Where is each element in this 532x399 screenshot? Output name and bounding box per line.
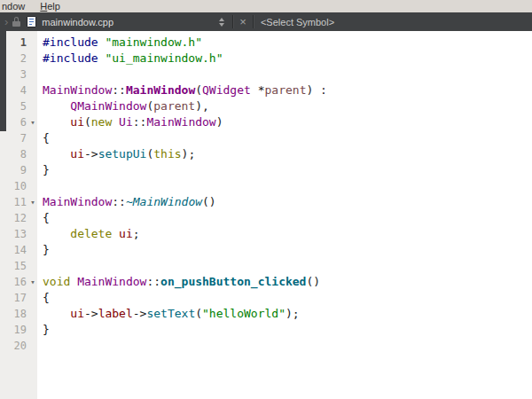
close-icon[interactable]: × <box>238 13 248 30</box>
line-number: 3 <box>0 66 27 82</box>
fold-column <box>27 35 39 51</box>
fold-column <box>27 162 39 178</box>
code-line[interactable]: 4MainWindow::MainWindow(QWidget *parent)… <box>0 82 532 98</box>
line-number: 2 <box>0 51 27 66</box>
fold-marker-icon[interactable]: ▾ <box>27 194 39 210</box>
code-editor[interactable]: 1#include "mainwindow.h"2#include "ui_ma… <box>0 31 532 399</box>
cpp-file-icon <box>27 16 36 27</box>
document-updown-icon[interactable] <box>215 18 228 27</box>
code-text <box>39 66 43 82</box>
code-text: void MainWindow::on_pushButton_clicked() <box>39 274 320 290</box>
code-text: #include "mainwindow.h" <box>39 35 202 51</box>
line-number: 20 <box>0 338 27 354</box>
editor-tab-bar: › mainwindow.cpp × <Select Symbol> <box>0 12 532 31</box>
code-line[interactable]: 9} <box>0 162 532 178</box>
line-number: 14 <box>0 242 27 258</box>
menu-item-help[interactable]: Help <box>40 1 60 12</box>
line-number: 9 <box>0 162 27 178</box>
symbol-selector-dropdown[interactable]: <Select Symbol> <box>258 17 334 27</box>
fold-column <box>27 98 39 114</box>
separator <box>232 15 233 28</box>
code-text: MainWindow::MainWindow(QWidget *parent) … <box>39 82 327 98</box>
code-text: } <box>39 322 50 338</box>
code-line[interactable]: 7{ <box>0 130 532 146</box>
code-lines: 1#include "mainwindow.h"2#include "ui_ma… <box>0 35 532 354</box>
nav-forward-chevron-icon[interactable]: › <box>4 13 8 31</box>
code-line[interactable]: 10 <box>0 178 532 194</box>
fold-column <box>27 338 39 354</box>
separator <box>253 15 254 28</box>
code-text: QMainWindow(parent), <box>39 98 209 114</box>
code-text: delete ui; <box>39 226 140 242</box>
line-number: 18 <box>0 306 27 322</box>
code-line[interactable]: 15 <box>0 258 532 274</box>
code-line[interactable]: 17{ <box>0 290 532 306</box>
code-line[interactable]: 20 <box>0 338 532 354</box>
code-text: MainWindow::~MainWindow() <box>39 194 216 210</box>
line-number: 12 <box>0 210 27 226</box>
code-text: { <box>39 210 50 226</box>
code-text: { <box>39 290 50 306</box>
fold-column <box>27 82 39 98</box>
fold-column <box>27 242 39 258</box>
code-line[interactable]: 3 <box>0 66 532 82</box>
fold-column <box>27 66 39 82</box>
code-text: } <box>39 162 50 178</box>
fold-column <box>27 146 39 162</box>
code-line[interactable]: 1#include "mainwindow.h" <box>0 35 532 51</box>
menu-bar: ndowHelp <box>0 0 532 12</box>
fold-column <box>27 322 39 338</box>
menu-item-ndow[interactable]: ndow <box>2 1 25 12</box>
fold-column <box>27 258 39 274</box>
line-number: 6 <box>0 114 27 130</box>
code-text <box>39 338 43 354</box>
code-line[interactable]: 18 ui->label->setText("helloWorld"); <box>0 306 532 322</box>
fold-column <box>27 226 39 242</box>
fold-column <box>27 290 39 306</box>
line-number: 17 <box>0 290 27 306</box>
line-number: 11 <box>0 194 27 210</box>
line-number: 10 <box>0 178 27 194</box>
code-text: ui->label->setText("helloWorld"); <box>39 306 300 322</box>
code-line[interactable]: 13 delete ui; <box>0 226 532 242</box>
code-text: ui(new Ui::MainWindow) <box>39 114 223 130</box>
code-line[interactable]: 2#include "ui_mainwindow.h" <box>0 51 532 66</box>
code-text: ui->setupUi(this); <box>39 146 195 162</box>
line-number: 1 <box>0 35 27 51</box>
code-line[interactable]: 16▾void MainWindow::on_pushButton_clicke… <box>0 274 532 290</box>
code-text <box>39 258 43 274</box>
code-text: #include "ui_mainwindow.h" <box>39 51 223 66</box>
code-text <box>39 178 43 194</box>
fold-column <box>27 130 39 146</box>
code-text: } <box>39 242 50 258</box>
fold-marker-icon[interactable]: ▾ <box>27 114 39 130</box>
code-line[interactable]: 12{ <box>0 210 532 226</box>
open-file-tab[interactable]: mainwindow.cpp <box>42 17 215 27</box>
fold-column <box>27 51 39 66</box>
fold-column <box>27 210 39 226</box>
line-number: 8 <box>0 146 27 162</box>
line-number: 5 <box>0 98 27 114</box>
code-line[interactable]: 6▾ ui(new Ui::MainWindow) <box>0 114 532 130</box>
code-line[interactable]: 14} <box>0 242 532 258</box>
line-number: 7 <box>0 130 27 146</box>
fold-column <box>27 178 39 194</box>
code-text: { <box>39 130 50 146</box>
line-number: 16 <box>0 274 27 290</box>
fold-marker-icon[interactable]: ▾ <box>27 274 39 290</box>
line-number: 13 <box>0 226 27 242</box>
code-line[interactable]: 5 QMainWindow(parent), <box>0 98 532 114</box>
code-line[interactable]: 8 ui->setupUi(this); <box>0 146 532 162</box>
line-number: 15 <box>0 258 27 274</box>
line-number: 19 <box>0 322 27 338</box>
lock-icon <box>12 17 20 27</box>
code-line[interactable]: 19} <box>0 322 532 338</box>
line-number: 4 <box>0 82 27 98</box>
fold-column <box>27 306 39 322</box>
code-line[interactable]: 11▾MainWindow::~MainWindow() <box>0 194 532 210</box>
